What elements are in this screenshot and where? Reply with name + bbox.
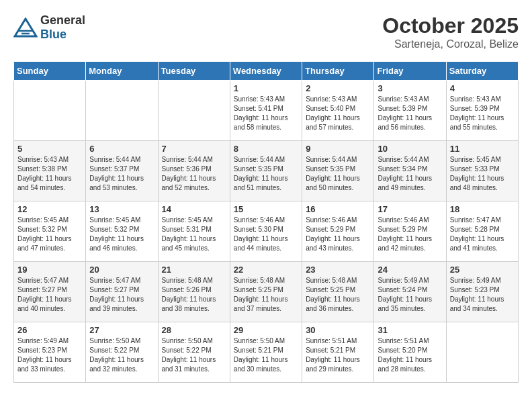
- day-info: Sunrise: 5:48 AM Sunset: 5:26 PM Dayligh…: [162, 276, 226, 314]
- day-number: 13: [89, 204, 154, 214]
- day-info: Sunrise: 5:48 AM Sunset: 5:25 PM Dayligh…: [306, 276, 370, 314]
- calendar-location: Sarteneja, Corozal, Belize: [382, 38, 519, 50]
- header-monday: Monday: [86, 62, 158, 81]
- table-row: 8Sunrise: 5:44 AM Sunset: 5:35 PM Daylig…: [230, 141, 302, 201]
- table-row: 14Sunrise: 5:45 AM Sunset: 5:31 PM Dayli…: [158, 201, 230, 262]
- day-info: Sunrise: 5:50 AM Sunset: 5:22 PM Dayligh…: [162, 336, 226, 374]
- table-row: 15Sunrise: 5:46 AM Sunset: 5:30 PM Dayli…: [230, 201, 302, 262]
- day-number: 11: [450, 144, 515, 154]
- day-number: 8: [234, 144, 298, 154]
- day-info: Sunrise: 5:46 AM Sunset: 5:29 PM Dayligh…: [306, 216, 370, 253]
- day-info: Sunrise: 5:49 AM Sunset: 5:23 PM Dayligh…: [17, 336, 82, 374]
- day-number: 30: [306, 325, 370, 335]
- day-info: Sunrise: 5:43 AM Sunset: 5:41 PM Dayligh…: [234, 95, 298, 132]
- header-thursday: Thursday: [302, 62, 374, 81]
- day-number: 12: [17, 204, 82, 214]
- table-row: 23Sunrise: 5:48 AM Sunset: 5:25 PM Dayli…: [302, 262, 374, 322]
- table-row: 21Sunrise: 5:48 AM Sunset: 5:26 PM Dayli…: [158, 262, 230, 322]
- day-info: Sunrise: 5:43 AM Sunset: 5:39 PM Dayligh…: [450, 95, 515, 132]
- weekday-header-row: Sunday Monday Tuesday Wednesday Thursday…: [14, 62, 519, 81]
- table-row: 11Sunrise: 5:45 AM Sunset: 5:33 PM Dayli…: [446, 141, 518, 201]
- calendar-week-row: 12Sunrise: 5:45 AM Sunset: 5:32 PM Dayli…: [14, 201, 519, 262]
- day-info: Sunrise: 5:51 AM Sunset: 5:20 PM Dayligh…: [378, 336, 442, 374]
- calendar-title: October 2025: [382, 13, 519, 38]
- header-saturday: Saturday: [446, 62, 518, 81]
- day-number: 22: [234, 265, 298, 275]
- day-info: Sunrise: 5:44 AM Sunset: 5:37 PM Dayligh…: [89, 155, 154, 193]
- table-row: 26Sunrise: 5:49 AM Sunset: 5:23 PM Dayli…: [14, 322, 86, 383]
- day-number: 10: [378, 144, 442, 154]
- day-info: Sunrise: 5:44 AM Sunset: 5:34 PM Dayligh…: [378, 155, 442, 193]
- calendar-week-row: 1Sunrise: 5:43 AM Sunset: 5:41 PM Daylig…: [14, 81, 519, 141]
- table-row: 3Sunrise: 5:43 AM Sunset: 5:39 PM Daylig…: [374, 81, 446, 141]
- table-row: 31Sunrise: 5:51 AM Sunset: 5:20 PM Dayli…: [374, 322, 446, 383]
- header-friday: Friday: [374, 62, 446, 81]
- day-number: 17: [378, 204, 442, 214]
- logo-icon: [13, 17, 38, 38]
- day-number: 24: [378, 265, 442, 275]
- table-row: 17Sunrise: 5:46 AM Sunset: 5:29 PM Dayli…: [374, 201, 446, 262]
- table-row: 4Sunrise: 5:43 AM Sunset: 5:39 PM Daylig…: [446, 81, 518, 141]
- day-info: Sunrise: 5:44 AM Sunset: 5:35 PM Dayligh…: [234, 155, 298, 193]
- table-row: 28Sunrise: 5:50 AM Sunset: 5:22 PM Dayli…: [158, 322, 230, 383]
- day-info: Sunrise: 5:47 AM Sunset: 5:27 PM Dayligh…: [89, 276, 154, 314]
- day-info: Sunrise: 5:51 AM Sunset: 5:21 PM Dayligh…: [306, 336, 370, 374]
- calendar-week-row: 5Sunrise: 5:43 AM Sunset: 5:38 PM Daylig…: [14, 141, 519, 201]
- table-row: 5Sunrise: 5:43 AM Sunset: 5:38 PM Daylig…: [14, 141, 86, 201]
- day-info: Sunrise: 5:46 AM Sunset: 5:29 PM Dayligh…: [378, 216, 442, 253]
- header-tuesday: Tuesday: [158, 62, 230, 81]
- day-info: Sunrise: 5:46 AM Sunset: 5:30 PM Dayligh…: [234, 216, 298, 253]
- table-row: 30Sunrise: 5:51 AM Sunset: 5:21 PM Dayli…: [302, 322, 374, 383]
- day-number: 25: [450, 265, 515, 275]
- day-info: Sunrise: 5:43 AM Sunset: 5:40 PM Dayligh…: [306, 95, 370, 132]
- day-number: 23: [306, 265, 370, 275]
- table-row: 29Sunrise: 5:50 AM Sunset: 5:21 PM Dayli…: [230, 322, 302, 383]
- table-row: 1Sunrise: 5:43 AM Sunset: 5:41 PM Daylig…: [230, 81, 302, 141]
- table-row: 22Sunrise: 5:48 AM Sunset: 5:25 PM Dayli…: [230, 262, 302, 322]
- day-info: Sunrise: 5:49 AM Sunset: 5:24 PM Dayligh…: [378, 276, 442, 314]
- day-info: Sunrise: 5:47 AM Sunset: 5:27 PM Dayligh…: [17, 276, 82, 314]
- calendar-week-row: 19Sunrise: 5:47 AM Sunset: 5:27 PM Dayli…: [14, 262, 519, 322]
- day-number: 18: [450, 204, 515, 214]
- table-row: 25Sunrise: 5:49 AM Sunset: 5:23 PM Dayli…: [446, 262, 518, 322]
- logo-general-text: General: [40, 13, 85, 27]
- day-info: Sunrise: 5:45 AM Sunset: 5:31 PM Dayligh…: [162, 216, 226, 253]
- day-info: Sunrise: 5:49 AM Sunset: 5:23 PM Dayligh…: [450, 276, 515, 314]
- day-number: 27: [89, 325, 154, 335]
- table-row: 20Sunrise: 5:47 AM Sunset: 5:27 PM Dayli…: [86, 262, 158, 322]
- table-row: 7Sunrise: 5:44 AM Sunset: 5:36 PM Daylig…: [158, 141, 230, 201]
- table-row: 2Sunrise: 5:43 AM Sunset: 5:40 PM Daylig…: [302, 81, 374, 141]
- table-row: 13Sunrise: 5:45 AM Sunset: 5:32 PM Dayli…: [86, 201, 158, 262]
- day-info: Sunrise: 5:48 AM Sunset: 5:25 PM Dayligh…: [234, 276, 298, 314]
- table-row: [86, 81, 158, 141]
- title-block: October 2025 Sarteneja, Corozal, Belize: [382, 13, 519, 50]
- table-row: [446, 322, 518, 383]
- page-header: General Blue October 2025 Sarteneja, Cor…: [13, 13, 519, 50]
- table-row: 10Sunrise: 5:44 AM Sunset: 5:34 PM Dayli…: [374, 141, 446, 201]
- calendar-week-row: 26Sunrise: 5:49 AM Sunset: 5:23 PM Dayli…: [14, 322, 519, 383]
- header-sunday: Sunday: [14, 62, 86, 81]
- logo-blue-text: Blue: [40, 28, 66, 41]
- header-wednesday: Wednesday: [230, 62, 302, 81]
- day-info: Sunrise: 5:45 AM Sunset: 5:32 PM Dayligh…: [17, 216, 82, 253]
- day-info: Sunrise: 5:44 AM Sunset: 5:36 PM Dayligh…: [162, 155, 226, 193]
- table-row: 9Sunrise: 5:44 AM Sunset: 5:35 PM Daylig…: [302, 141, 374, 201]
- calendar-table: Sunday Monday Tuesday Wednesday Thursday…: [13, 61, 519, 383]
- table-row: 19Sunrise: 5:47 AM Sunset: 5:27 PM Dayli…: [14, 262, 86, 322]
- day-number: 2: [306, 83, 370, 93]
- day-number: 21: [162, 265, 226, 275]
- day-info: Sunrise: 5:47 AM Sunset: 5:28 PM Dayligh…: [450, 216, 515, 253]
- table-row: 6Sunrise: 5:44 AM Sunset: 5:37 PM Daylig…: [86, 141, 158, 201]
- day-number: 15: [234, 204, 298, 214]
- day-number: 3: [378, 83, 442, 93]
- table-row: 12Sunrise: 5:45 AM Sunset: 5:32 PM Dayli…: [14, 201, 86, 262]
- table-row: 24Sunrise: 5:49 AM Sunset: 5:24 PM Dayli…: [374, 262, 446, 322]
- day-info: Sunrise: 5:43 AM Sunset: 5:38 PM Dayligh…: [17, 155, 82, 193]
- day-number: 4: [450, 83, 515, 93]
- day-info: Sunrise: 5:45 AM Sunset: 5:32 PM Dayligh…: [89, 216, 154, 253]
- day-number: 31: [378, 325, 442, 335]
- table-row: [14, 81, 86, 141]
- day-info: Sunrise: 5:50 AM Sunset: 5:22 PM Dayligh…: [89, 336, 154, 374]
- logo: General Blue: [13, 13, 85, 42]
- day-number: 14: [162, 204, 226, 214]
